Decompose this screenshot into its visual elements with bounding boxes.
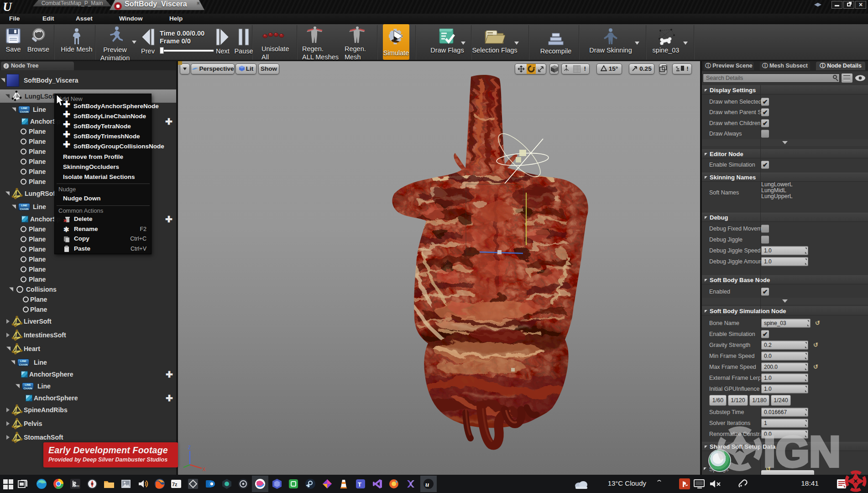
svg-text:u: u [425,481,429,488]
svg-text:IGN: IGN [763,427,841,473]
svg-text:X: X [203,467,206,472]
svg-text:Z: Z [188,445,191,450]
svg-text:m: m [76,484,79,488]
svg-text:7z: 7z [172,482,178,487]
svg-text:T: T [358,481,361,488]
